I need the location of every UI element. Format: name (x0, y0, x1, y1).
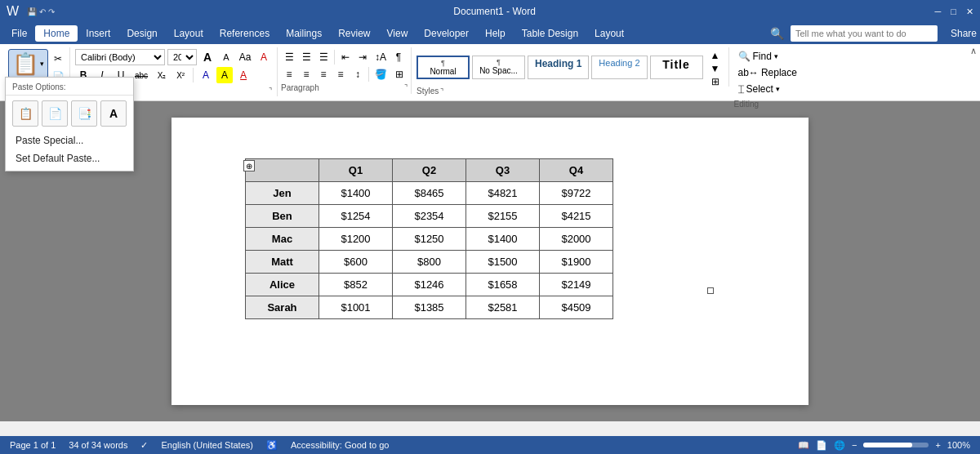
menu-file[interactable]: File (3, 25, 35, 42)
menu-insert[interactable]: Insert (78, 25, 118, 42)
find-button[interactable]: 🔍 Find ▾ (734, 49, 801, 64)
close-btn[interactable]: ✕ (966, 7, 973, 17)
font-name-select[interactable]: Calibri (Body) (75, 49, 165, 65)
row-mac-q1: $1200 (319, 228, 393, 251)
menu-home[interactable]: Home (35, 25, 78, 42)
row-jen-q1: $1400 (319, 182, 393, 205)
table-row: Jen $1400 $8465 $4821 $9722 (246, 182, 613, 205)
menu-help[interactable]: Help (477, 25, 514, 42)
numbered-list-button[interactable]: ☰ (298, 49, 314, 65)
table-header-q3: Q3 (466, 159, 540, 182)
highlight-button[interactable]: A (216, 67, 233, 83)
menu-references[interactable]: References (212, 25, 278, 42)
subscript-button[interactable]: X₂ (154, 67, 170, 83)
change-case-button[interactable]: Aa (237, 49, 253, 65)
table-resize-handle[interactable] (707, 287, 714, 294)
menu-table-layout[interactable]: Layout (586, 25, 632, 42)
row-jen-q2: $8465 (393, 182, 466, 205)
clear-formatting-button[interactable]: A (256, 49, 272, 65)
menu-review[interactable]: Review (330, 25, 378, 42)
collapse-ribbon-button[interactable]: ∧ (970, 46, 977, 56)
replace-button[interactable]: ab↔ Replace (734, 65, 801, 80)
row-jen-q3: $4821 (466, 182, 540, 205)
replace-icon: ab↔ (738, 67, 759, 78)
text-effect-button[interactable]: A (198, 67, 214, 83)
ribbon: Paste Options: 📋 📄 📑 A Paste Special... … (0, 44, 980, 101)
menu-design[interactable]: Design (118, 25, 165, 42)
bullet-list-button[interactable]: ☰ (281, 49, 297, 65)
set-default-paste-item[interactable]: Set Default Paste... (6, 149, 133, 167)
menu-layout[interactable]: Layout (166, 25, 212, 42)
menu-developer[interactable]: Developer (416, 25, 477, 42)
row-matt-q3: $1500 (466, 251, 540, 274)
justify-button[interactable]: ≡ (332, 66, 349, 82)
styles-scroll-down[interactable]: ▼ (707, 62, 724, 75)
line-spacing-button[interactable]: ↕ (350, 66, 366, 82)
style-heading1[interactable]: Heading 1 (528, 56, 589, 79)
menu-mailings[interactable]: Mailings (278, 25, 330, 42)
find-chevron: ▾ (774, 52, 778, 60)
menu-table-design[interactable]: Table Design (514, 25, 586, 42)
row-matt-q4: $1900 (540, 251, 613, 274)
search-input[interactable] (791, 25, 938, 42)
row-mac-q3: $1400 (466, 228, 540, 251)
styles-scroll-up[interactable]: ▲ (707, 49, 724, 62)
borders-button[interactable]: ⊞ (391, 66, 408, 82)
styles-expand[interactable]: ⊞ (707, 75, 724, 88)
paste-icon-1[interactable]: 📋 (12, 100, 38, 127)
outdent-button[interactable]: ⇤ (337, 49, 354, 65)
row-alice-q4: $2149 (540, 274, 613, 296)
row-matt-q1: $600 (319, 251, 393, 274)
superscript-button[interactable]: X² (172, 67, 189, 83)
multilevel-list-button[interactable]: ☰ (315, 49, 332, 65)
select-chevron: ▾ (776, 85, 780, 93)
paste-button[interactable]: 📋 ▾ (8, 49, 48, 78)
maximize-btn[interactable]: □ (951, 7, 956, 16)
row-name-sarah: Sarah (246, 296, 319, 319)
row-name-alice: Alice (246, 274, 319, 296)
paste-chevron: ▾ (40, 60, 44, 68)
editing-label: Editing (734, 100, 801, 109)
indent-button[interactable]: ⇥ (354, 49, 371, 65)
row-ben-q2: $2354 (393, 205, 466, 228)
document-title: Document1 - Word (453, 6, 535, 17)
font-size-select[interactable]: 20 11 12 (167, 49, 197, 65)
strikethrough-button[interactable]: abc (131, 67, 151, 83)
font-expand-icon[interactable]: ⌝ (269, 87, 272, 95)
center-button[interactable]: ≡ (298, 66, 314, 82)
title-bar-left: W 💾 ↶ ↷ (7, 4, 55, 19)
paste-special-item[interactable]: Paste Special... (6, 131, 133, 149)
paste-icon-2[interactable]: 📄 (42, 100, 68, 127)
paragraph-group: ☰ ☰ ☰ ⇤ ⇥ ↕A ¶ ≡ ≡ ≡ ≡ ↕ 🪣 ⊞ Paragraph ⌝ (278, 47, 412, 94)
style-title[interactable]: Title (650, 56, 703, 79)
style-normal[interactable]: ¶ Normal (416, 56, 470, 79)
minimize-btn[interactable]: ─ (935, 7, 942, 16)
paste-icon-4[interactable]: A (100, 100, 127, 127)
align-right-button[interactable]: ≡ (315, 66, 332, 82)
row-sarah-q3: $2581 (466, 296, 540, 319)
sort-button[interactable]: ↕A (372, 49, 390, 65)
row-jen-q4: $9722 (540, 182, 613, 205)
style-no-spacing[interactable]: ¶ No Spac... (472, 56, 525, 79)
style-heading2[interactable]: Heading 2 (591, 56, 647, 79)
paragraph-expand-icon[interactable]: ⌝ (404, 83, 408, 92)
font-color-button[interactable]: A (235, 67, 252, 83)
cut-button[interactable]: ✂ (50, 51, 66, 67)
shrink-font-button[interactable]: A (218, 49, 234, 65)
shading-button[interactable]: 🪣 (372, 66, 390, 82)
show-paragraph-button[interactable]: ¶ (390, 49, 407, 65)
menu-view[interactable]: View (379, 25, 416, 42)
table-move-handle[interactable]: ⊕ (243, 160, 255, 171)
select-button[interactable]: ⌶ Select ▾ (734, 82, 801, 96)
align-left-button[interactable]: ≡ (281, 66, 297, 82)
row-mac-q2: $1250 (393, 228, 466, 251)
styles-expand-icon[interactable]: ⌝ (440, 87, 443, 96)
word-logo-icon: W (7, 4, 19, 19)
grow-font-button[interactable]: A (199, 49, 216, 65)
share-button[interactable]: Share (951, 28, 977, 39)
table-header-q2: Q2 (393, 159, 466, 182)
row-alice-q2: $1246 (393, 274, 466, 296)
styles-label: Styles (416, 87, 439, 96)
paste-icon-3[interactable]: 📑 (71, 100, 97, 127)
table-row: Mac $1200 $1250 $1400 $2000 (246, 228, 613, 251)
